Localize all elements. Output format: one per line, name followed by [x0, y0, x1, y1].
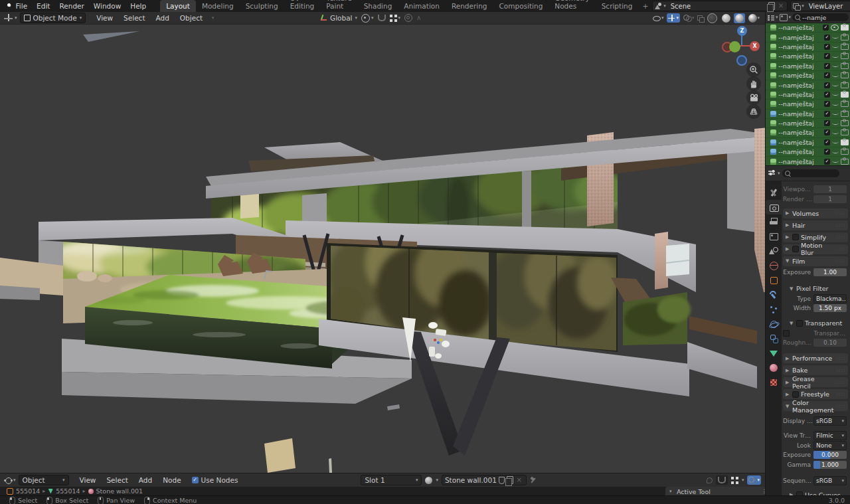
- outliner-row[interactable]: --namještaj✓: [766, 80, 850, 90]
- outliner-row[interactable]: --namještaj✓: [766, 138, 850, 147]
- object-visibility-dropdown[interactable]: ▾: [651, 13, 665, 23]
- outliner-item-name[interactable]: --namještaj: [778, 72, 822, 79]
- gizmo-minus-z-ball[interactable]: [736, 55, 747, 66]
- outliner-item-name[interactable]: --namještaj: [778, 129, 822, 136]
- render-camera-icon[interactable]: [841, 82, 849, 88]
- panel-header-bake[interactable]: ▶Bake::::: [783, 365, 848, 375]
- panel-header-volumes[interactable]: ▶Volumes::::: [783, 209, 848, 218]
- panel-header-motion-blur[interactable]: ▶Motion Blur::::: [783, 244, 848, 254]
- overlays-dropdown[interactable]: ▾: [682, 13, 696, 23]
- panel-checkbox[interactable]: [792, 234, 799, 240]
- menu-window[interactable]: Window: [89, 1, 126, 11]
- tab-scripting[interactable]: Scripting: [596, 0, 639, 12]
- outliner-item-name[interactable]: --namještaj: [778, 24, 821, 31]
- menu-render[interactable]: Render: [54, 1, 88, 11]
- exclude-checkbox[interactable]: ✓: [824, 92, 830, 98]
- prop-dropdown[interactable]: Filmic▾: [813, 431, 847, 440]
- properties-search-input[interactable]: [782, 169, 839, 177]
- outliner-row[interactable]: --namještaj✓: [766, 128, 850, 137]
- outliner-item-name[interactable]: --namještaj: [778, 148, 822, 155]
- properties-tab-scene[interactable]: [766, 244, 782, 258]
- prop-field[interactable]: 1: [813, 185, 847, 193]
- properties-tab-image[interactable]: [766, 229, 782, 244]
- outliner-search-input[interactable]: --namje: [792, 13, 849, 21]
- eye-closed-icon[interactable]: [832, 54, 839, 58]
- prop-dropdown[interactable]: Blackma…▾: [813, 294, 847, 303]
- outliner-row[interactable]: --namještaj✓: [766, 23, 850, 33]
- menu-help[interactable]: Help: [126, 1, 151, 11]
- tab-modeling[interactable]: Modeling: [196, 0, 240, 12]
- panel-header-color-management[interactable]: ▼Color Management::::: [783, 401, 848, 411]
- shading-rendered-button[interactable]: ▾: [747, 13, 761, 23]
- render-camera-icon[interactable]: [841, 63, 849, 69]
- xray-toggle-icon[interactable]: [697, 15, 704, 21]
- render-camera-icon[interactable]: [841, 139, 849, 145]
- outliner-row[interactable]: --namještaj✓: [766, 100, 850, 109]
- properties-tab-tool[interactable]: [766, 185, 782, 200]
- viewlayer-selector[interactable]: ▾ ViewLayer ×: [790, 1, 850, 11]
- panel-header-simplify[interactable]: ▶Simplify::::: [783, 232, 848, 242]
- prop-field[interactable]: 1.00: [813, 268, 847, 276]
- viewport-3d[interactable]: Z X: [0, 24, 765, 473]
- properties-tab-physics[interactable]: [766, 317, 782, 331]
- scene-selector[interactable]: ▾ Scene ×: [652, 1, 788, 11]
- outliner-item-name[interactable]: --namještaj: [778, 34, 822, 41]
- properties-tab-printer[interactable]: [766, 214, 782, 229]
- subpanel-header-pixel-filter[interactable]: ▼Pixel Filter: [783, 284, 848, 293]
- render-camera-icon[interactable]: [841, 72, 849, 78]
- panel-header-performance[interactable]: ▶Performance::::: [783, 353, 848, 363]
- gizmo-y-ball[interactable]: [729, 41, 740, 52]
- shader-menu-add[interactable]: Add: [133, 475, 157, 485]
- shading-material-button[interactable]: [734, 13, 745, 23]
- new-scene-icon[interactable]: [768, 2, 775, 10]
- exclude-checkbox[interactable]: ✓: [824, 120, 830, 126]
- outliner-row[interactable]: --namještaj✓: [766, 110, 850, 119]
- house-render[interactable]: [0, 24, 765, 473]
- exclude-checkbox[interactable]: ✓: [824, 82, 830, 88]
- eye-closed-icon[interactable]: [832, 92, 839, 96]
- shader-menu-node[interactable]: Node: [157, 475, 186, 485]
- add-workspace-button[interactable]: +: [638, 0, 652, 12]
- shading-solid-button[interactable]: [721, 13, 732, 23]
- material-name-field[interactable]: Stone wall.001 ×: [442, 475, 527, 485]
- exclude-checkbox[interactable]: ✓: [824, 63, 830, 69]
- eye-closed-icon[interactable]: [832, 82, 839, 86]
- outliner-item-name[interactable]: --namještaj: [778, 110, 822, 118]
- copy-material-icon[interactable]: [507, 476, 513, 484]
- properties-tab-wrench[interactable]: [766, 288, 782, 302]
- proportional-editing-icon[interactable]: [404, 14, 412, 22]
- properties-editor-icon[interactable]: [768, 170, 776, 177]
- tab-shading[interactable]: Shading: [358, 0, 398, 12]
- eye-closed-icon[interactable]: [832, 130, 839, 134]
- menu-edit[interactable]: Edit: [32, 1, 54, 11]
- zoom-button[interactable]: [746, 62, 761, 77]
- eye-closed-icon[interactable]: [832, 149, 839, 153]
- render-camera-icon[interactable]: [841, 53, 849, 59]
- editor-type-shader-icon[interactable]: [4, 477, 12, 483]
- breadcrumb-object[interactable]: 555014: [16, 487, 40, 495]
- eye-closed-icon[interactable]: [832, 159, 839, 163]
- orientation-dropdown[interactable]: Global ▾: [321, 14, 357, 22]
- panel-header-freestyle[interactable]: ▶Freestyle::::: [783, 389, 848, 399]
- scene-name[interactable]: Scene: [668, 3, 766, 10]
- outliner-item-name[interactable]: --namještaj: [778, 100, 822, 108]
- prop-field[interactable]: 1.000: [813, 461, 847, 469]
- subpanel-checkbox[interactable]: [796, 320, 803, 327]
- shader-menu-select[interactable]: Select: [101, 475, 133, 485]
- menu-file[interactable]: File: [11, 1, 33, 11]
- slot-dropdown[interactable]: Slot 1 ▾: [361, 475, 422, 485]
- tab-uv-editing[interactable]: UV Editing: [284, 0, 321, 12]
- eye-closed-icon[interactable]: [832, 44, 839, 48]
- active-tool-panel-tab[interactable]: ▾ Active Tool ☰: [665, 487, 765, 495]
- snap-settings-dropdown[interactable]: ▾: [390, 15, 401, 22]
- outliner-display-mode-icon[interactable]: [768, 15, 774, 21]
- pivot-dropdown[interactable]: ▾: [361, 14, 374, 23]
- gizmos-dropdown[interactable]: ▾: [667, 13, 680, 23]
- properties-tab-material[interactable]: [766, 361, 782, 375]
- render-camera-icon[interactable]: [841, 129, 849, 135]
- fake-user-icon[interactable]: [499, 477, 505, 484]
- viewport-menu-object[interactable]: Object: [175, 13, 208, 23]
- use-nodes-checkbox[interactable]: ✓ Use Nodes: [192, 476, 238, 484]
- toggle-ortho-button[interactable]: [746, 104, 761, 119]
- properties-tab-object[interactable]: [766, 273, 782, 288]
